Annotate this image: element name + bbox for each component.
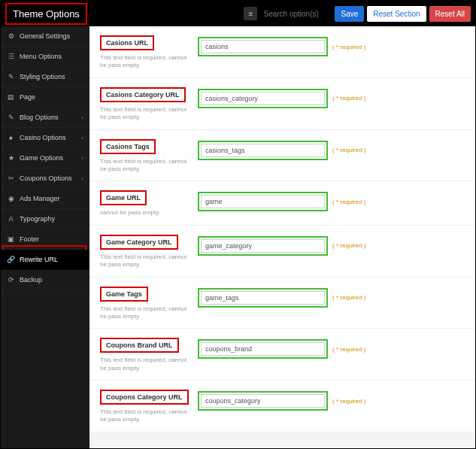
sidebar-icon: ♠ (7, 134, 15, 141)
sidebar-icon: ⚙ (7, 32, 15, 40)
sidebar-icon: A (7, 215, 15, 223)
required-badge: ( * required ) (332, 95, 365, 102)
chevron-right-icon: › (81, 155, 83, 162)
required-badge: ( * required ) (332, 294, 365, 301)
sidebar-item-rewrite-url[interactable]: 🔗Rewrite URL (1, 250, 89, 270)
required-badge: ( * required ) (332, 398, 365, 405)
sidebar-item-label: Page (20, 93, 35, 101)
field-description: This text field is required, cannot be p… (100, 158, 190, 174)
field-description: This text field is required, cannot be p… (100, 305, 190, 321)
sidebar-item-general-settings[interactable]: ⚙General Settings (1, 26, 89, 47)
field-row: Casions Category URLThis text field is r… (89, 78, 475, 130)
field-description: This text field is required, cannot be p… (100, 54, 190, 70)
chevron-right-icon: › (81, 135, 83, 141)
field-description: This text field is required, cannot be p… (100, 408, 190, 424)
chevron-right-icon: › (81, 175, 83, 182)
sidebar-item-label: Ads Manager (20, 195, 60, 202)
sidebar-item-typography[interactable]: ATypography (1, 209, 89, 229)
field-input[interactable] (201, 239, 325, 253)
sidebar-item-ads-manager[interactable]: ◉Ads Manager (1, 189, 89, 209)
sidebar-item-label: Menu Options (20, 53, 62, 60)
sidebar-item-backup[interactable]: ⟳Backup (1, 270, 89, 290)
field-row: Game URLcannot be pass empty.( * require… (89, 181, 475, 225)
sidebar-item-game-options[interactable]: ★Game Options› (1, 148, 89, 168)
sidebar-item-footer[interactable]: ▣Footer (1, 229, 89, 250)
field-row: Game Category URLThis text field is requ… (89, 226, 475, 278)
required-badge: ( * required ) (332, 199, 365, 205)
sidebar-item-label: Blog Options (20, 114, 59, 121)
field-row: Coupons Category URLThis text field is r… (89, 381, 475, 432)
field-label: Casions URL (100, 35, 154, 50)
required-badge: ( * required ) (332, 242, 365, 249)
sidebar-item-label: Styling Options (20, 73, 65, 80)
field-input[interactable] (201, 40, 325, 53)
field-input[interactable] (201, 291, 325, 305)
field-input[interactable] (201, 195, 325, 208)
sidebar-icon: ✎ (7, 114, 15, 121)
main-content: Casions URLThis text field is required, … (89, 26, 475, 448)
field-description: This text field is required, cannot be p… (100, 106, 190, 122)
sidebar-item-styling-options[interactable]: ✎Styling Options (1, 67, 89, 87)
field-description: This text field is required, cannot be p… (100, 253, 190, 269)
sidebar-item-label: Rewrite URL (20, 256, 58, 263)
sidebar-item-blog-options[interactable]: ✎Blog Options› (1, 108, 89, 128)
field-label: Coupons Category URL (100, 390, 189, 405)
list-icon[interactable]: ≡ (244, 7, 257, 20)
sidebar-icon: ▣ (7, 235, 15, 243)
sidebar: ⚙General Settings☰Menu Options✎Styling O… (1, 26, 89, 448)
sidebar-item-label: Casino Options (20, 134, 66, 141)
sidebar-icon: 🔗 (7, 256, 15, 263)
sidebar-icon: ★ (7, 154, 15, 162)
search-input[interactable] (260, 8, 332, 20)
sidebar-icon: ▤ (7, 93, 15, 101)
sidebar-item-label: Backup (20, 276, 42, 284)
field-input[interactable] (201, 92, 325, 105)
field-input[interactable] (201, 394, 325, 408)
field-row: Game TagsThis text field is required, ca… (89, 278, 475, 329)
sidebar-icon: ◉ (7, 195, 15, 202)
field-row: Casions URLThis text field is required, … (89, 26, 475, 78)
sidebar-item-casino-options[interactable]: ♠Casino Options› (1, 128, 89, 148)
field-label: Game URL (100, 190, 147, 205)
field-row: Coupons Brand URLThis text field is requ… (89, 329, 475, 381)
sidebar-icon: ☰ (7, 53, 15, 60)
sidebar-item-label: General Settings (20, 32, 70, 40)
field-label: Casions Category URL (100, 87, 186, 102)
required-badge: ( * required ) (332, 44, 365, 50)
sidebar-icon: ⟳ (7, 276, 15, 284)
required-badge: ( * required ) (332, 346, 365, 353)
chevron-right-icon: › (81, 114, 83, 121)
reset-section-button[interactable]: Reset Section (367, 6, 426, 22)
reset-all-button[interactable]: Reset All (429, 6, 471, 22)
field-description: This text field is required, cannot be p… (100, 356, 190, 372)
sidebar-item-label: Footer (20, 235, 39, 243)
sidebar-item-menu-options[interactable]: ☰Menu Options (1, 47, 89, 67)
sidebar-item-label: Coupons Options (20, 174, 72, 182)
field-label: Casions Tags (100, 139, 156, 154)
sidebar-icon: ✎ (7, 73, 15, 80)
field-label: Game Tags (100, 287, 148, 302)
required-badge: ( * required ) (332, 147, 365, 153)
sidebar-item-label: Typography (20, 215, 55, 223)
topbar: Theme Options ≡ Save Reset Section Reset… (1, 1, 475, 26)
field-label: Game Category URL (100, 235, 178, 250)
page-title: Theme Options (5, 3, 87, 25)
sidebar-item-label: Game Options (20, 154, 63, 162)
field-row: Casions TagsThis text field is required,… (89, 130, 475, 182)
field-input[interactable] (201, 342, 325, 356)
field-input[interactable] (201, 144, 325, 157)
sidebar-item-coupons-options[interactable]: ✂Coupons Options› (1, 168, 89, 189)
field-description: cannot be pass empty. (100, 209, 190, 217)
save-button[interactable]: Save (335, 6, 364, 22)
field-label: Coupons Brand URL (100, 338, 179, 353)
sidebar-item-page[interactable]: ▤Page (1, 87, 89, 108)
sidebar-icon: ✂ (7, 174, 15, 182)
